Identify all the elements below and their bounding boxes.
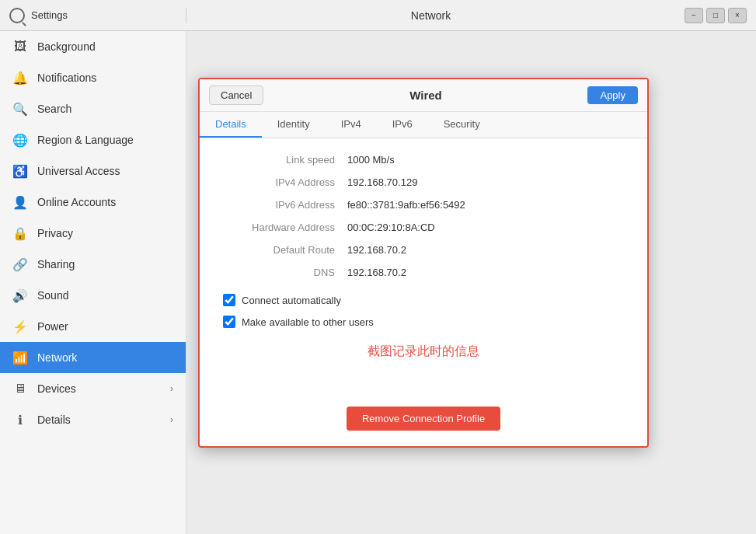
titlebar-center: Network bbox=[186, 9, 675, 22]
sharing-icon: 🔗 bbox=[12, 257, 28, 272]
sidebar-item-label: Privacy bbox=[37, 227, 73, 239]
sidebar-item-label: Region & Language bbox=[37, 134, 134, 146]
background-icon: 🖼 bbox=[12, 39, 28, 54]
sidebar-item-background[interactable]: 🖼 Background bbox=[0, 31, 186, 62]
link-speed-label: Link speed bbox=[223, 154, 347, 166]
online-accounts-icon: 👤 bbox=[12, 194, 28, 210]
maximize-button[interactable]: □ bbox=[706, 8, 725, 23]
settings-icon bbox=[9, 8, 25, 23]
ipv4-address-row: IPv4 Address 192.168.70.129 bbox=[223, 176, 624, 188]
sidebar-item-label: Power bbox=[37, 320, 68, 333]
default-route-value: 192.168.70.2 bbox=[347, 244, 406, 256]
app-name: Settings bbox=[31, 9, 68, 21]
connect-auto-checkbox[interactable] bbox=[223, 294, 235, 306]
ipv6-address-label: IPv6 Address bbox=[223, 199, 347, 211]
checkbox-section: Connect automatically Make available to … bbox=[223, 294, 624, 328]
sidebar-item-search[interactable]: 🔍 Search bbox=[0, 93, 186, 124]
notifications-icon: 🔔 bbox=[12, 70, 28, 86]
dialog-header: Cancel Wired Apply bbox=[200, 79, 647, 112]
sidebar-item-notifications[interactable]: 🔔 Notifications bbox=[0, 62, 186, 93]
window-title: Network bbox=[411, 9, 451, 22]
sidebar-item-label: Network bbox=[37, 351, 77, 364]
dialog-footer: Remove Connection Profile bbox=[200, 399, 647, 446]
dns-value: 192.168.70.2 bbox=[347, 267, 406, 278]
close-button[interactable]: × bbox=[728, 8, 747, 23]
window-controls: − □ × bbox=[675, 8, 756, 23]
sidebar-item-label: Notifications bbox=[37, 72, 96, 84]
hardware-address-row: Hardware Address 00:0C:29:10:8A:CD bbox=[223, 222, 624, 233]
sidebar-item-label: Background bbox=[37, 40, 96, 53]
sidebar-item-universal-access[interactable]: ♿ Universal Access bbox=[0, 155, 186, 187]
sidebar-item-label: Sharing bbox=[37, 258, 75, 270]
dialog-title: Wired bbox=[263, 89, 587, 102]
make-available-checkbox[interactable] bbox=[223, 316, 235, 328]
dialog-tabs: Details Identity IPv4 IPv6 Security bbox=[200, 112, 647, 138]
titlebar: Settings Network − □ × bbox=[0, 0, 756, 31]
sidebar-item-online-accounts[interactable]: 👤 Online Accounts bbox=[0, 187, 186, 218]
devices-icon: 🖥 bbox=[12, 381, 28, 396]
sidebar-item-power[interactable]: ⚡ Power bbox=[0, 311, 186, 342]
hardware-address-value: 00:0C:29:10:8A:CD bbox=[347, 222, 435, 233]
connect-auto-label: Connect automatically bbox=[242, 295, 341, 306]
chinese-annotation: 截图记录此时的信息 bbox=[223, 344, 624, 360]
ipv4-address-label: IPv4 Address bbox=[223, 176, 347, 188]
privacy-icon: 🔒 bbox=[12, 225, 28, 241]
sidebar-item-sharing[interactable]: 🔗 Sharing bbox=[0, 249, 186, 280]
minimize-button[interactable]: − bbox=[685, 8, 703, 23]
chevron-right-icon: › bbox=[170, 414, 173, 425]
make-available-label: Make available to other users bbox=[242, 316, 374, 328]
link-speed-value: 1000 Mb/s bbox=[347, 154, 395, 166]
sidebar-item-network[interactable]: 📶 Network bbox=[0, 342, 186, 373]
make-available-row: Make available to other users bbox=[223, 316, 624, 328]
sidebar-item-devices[interactable]: 🖥 Devices › bbox=[0, 373, 186, 404]
main-content: 🖼 Background 🔔 Notifications 🔍 Search 🌐 … bbox=[0, 31, 756, 534]
sound-icon: 🔊 bbox=[12, 288, 28, 303]
universal-access-icon: ♿ bbox=[12, 163, 28, 179]
sidebar-item-details[interactable]: ℹ Details › bbox=[0, 404, 186, 435]
ipv6-address-row: IPv6 Address fe80::3781:9afb:ef56:5492 bbox=[223, 199, 624, 211]
apply-button[interactable]: Apply bbox=[587, 86, 638, 104]
right-panel: Cancel Wired Apply Details Identity IPv4… bbox=[186, 31, 756, 534]
remove-connection-button[interactable]: Remove Connection Profile bbox=[347, 407, 500, 431]
sidebar-item-label: Details bbox=[37, 414, 71, 426]
sidebar-item-label: Online Accounts bbox=[37, 196, 116, 208]
sidebar-item-privacy[interactable]: 🔒 Privacy bbox=[0, 218, 186, 249]
sidebar-item-label: Sound bbox=[37, 289, 68, 302]
dns-label: DNS bbox=[223, 267, 347, 278]
titlebar-left: Settings bbox=[0, 8, 186, 23]
dialog-body: Link speed 1000 Mb/s IPv4 Address 192.16… bbox=[200, 138, 647, 399]
sidebar-item-region-language[interactable]: 🌐 Region & Language bbox=[0, 124, 186, 155]
default-route-label: Default Route bbox=[223, 244, 347, 256]
network-icon: 📶 bbox=[12, 350, 28, 365]
ipv4-address-value: 192.168.70.129 bbox=[347, 176, 417, 188]
wired-dialog: Cancel Wired Apply Details Identity IPv4… bbox=[198, 78, 649, 448]
tab-ipv4[interactable]: IPv4 bbox=[326, 112, 377, 138]
sidebar-item-label: Devices bbox=[37, 382, 76, 395]
cancel-button[interactable]: Cancel bbox=[209, 86, 263, 105]
region-icon: 🌐 bbox=[12, 132, 28, 148]
search-icon: 🔍 bbox=[12, 101, 28, 117]
tab-security[interactable]: Security bbox=[428, 112, 496, 138]
tab-ipv6[interactable]: IPv6 bbox=[377, 112, 428, 138]
sidebar-item-sound[interactable]: 🔊 Sound bbox=[0, 280, 186, 311]
hardware-address-label: Hardware Address bbox=[223, 222, 347, 233]
link-speed-row: Link speed 1000 Mb/s bbox=[223, 154, 624, 166]
details-icon: ℹ bbox=[12, 412, 28, 428]
tab-details[interactable]: Details bbox=[200, 112, 262, 138]
sidebar-item-label: Search bbox=[37, 103, 71, 115]
tab-identity[interactable]: Identity bbox=[262, 112, 326, 138]
power-icon: ⚡ bbox=[12, 319, 28, 334]
connect-auto-row: Connect automatically bbox=[223, 294, 624, 306]
sidebar: 🖼 Background 🔔 Notifications 🔍 Search 🌐 … bbox=[0, 31, 186, 534]
default-route-row: Default Route 192.168.70.2 bbox=[223, 244, 624, 256]
ipv6-address-value: fe80::3781:9afb:ef56:5492 bbox=[347, 199, 465, 211]
chevron-right-icon: › bbox=[170, 383, 173, 394]
sidebar-item-label: Universal Access bbox=[37, 165, 120, 177]
dns-row: DNS 192.168.70.2 bbox=[223, 267, 624, 278]
